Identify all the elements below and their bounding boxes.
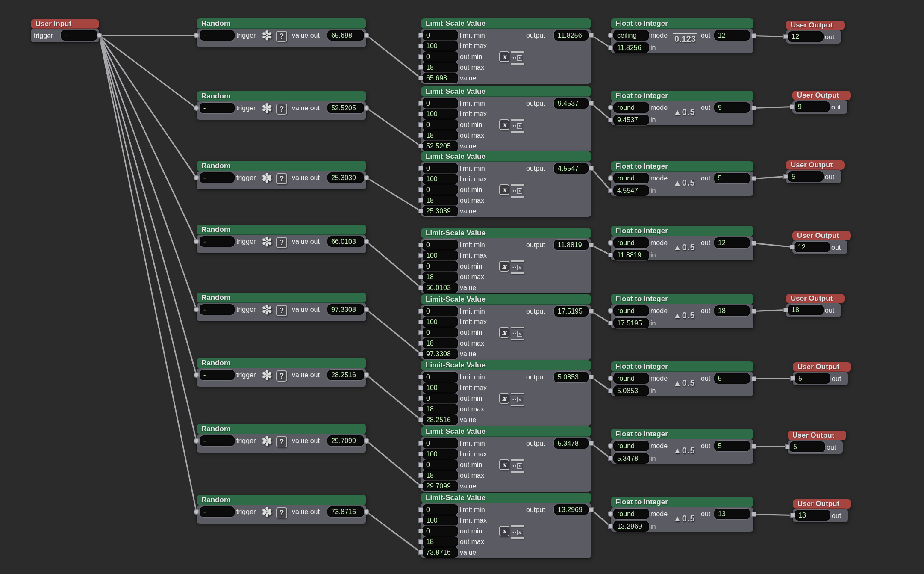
formula-icon[interactable]: x — [499, 184, 509, 195]
mode-in-port[interactable] — [608, 33, 613, 38]
wire[interactable] — [367, 441, 421, 486]
node-float-to-integer[interactable]: Float to Integer round mode ▲0.5 out 13 … — [611, 497, 753, 532]
node-header[interactable]: User Input — [31, 19, 99, 29]
node-user-output[interactable]: User Output 12 out — [786, 21, 841, 44]
limit-min-box[interactable]: 0 — [423, 99, 457, 108]
out-max-port[interactable] — [418, 407, 423, 411]
wire[interactable] — [367, 36, 421, 78]
out-max-box[interactable]: 18 — [423, 63, 457, 72]
out-port[interactable] — [751, 376, 756, 381]
node-header[interactable]: User Output — [786, 160, 845, 170]
scale-icon[interactable]: ••x — [511, 260, 524, 274]
mode-in-port[interactable] — [608, 443, 613, 449]
output-port[interactable] — [589, 33, 594, 38]
node-header[interactable]: Limit-Scale Value — [421, 360, 591, 370]
generate-icon[interactable]: ✽ — [262, 504, 273, 520]
node-user-input[interactable]: User Input trigger - — [31, 19, 99, 42]
in-port[interactable] — [608, 188, 613, 193]
limit-min-box[interactable]: 0 — [423, 164, 457, 173]
output-port[interactable] — [589, 309, 594, 314]
trigger-in-port[interactable] — [194, 509, 199, 515]
in-port[interactable] — [790, 104, 795, 109]
out-max-box[interactable]: 18 — [423, 471, 457, 480]
in-box[interactable]: 11.8256 — [614, 43, 648, 52]
trigger-input-box[interactable]: - — [200, 436, 234, 445]
limit-min-port[interactable] — [418, 243, 423, 247]
in-box[interactable]: 4.5547 — [614, 186, 648, 195]
value-out-port[interactable] — [364, 307, 369, 312]
out-max-port[interactable] — [418, 133, 423, 138]
value-out-port[interactable] — [364, 372, 369, 378]
value-in-port[interactable] — [418, 144, 423, 148]
in-box[interactable]: 11.8819 — [614, 251, 648, 260]
node-header[interactable]: Float to Integer — [611, 226, 753, 236]
wire[interactable] — [367, 242, 421, 288]
node-header[interactable]: Float to Integer — [611, 294, 753, 304]
formula-icon[interactable]: x — [499, 51, 509, 62]
formula-icon[interactable]: x — [499, 526, 509, 536]
limit-min-box[interactable]: 0 — [423, 240, 457, 249]
help-icon[interactable]: ? — [276, 305, 287, 316]
out-min-port[interactable] — [418, 54, 423, 59]
wire[interactable] — [754, 243, 792, 247]
value-in-port[interactable] — [418, 550, 423, 555]
value-box[interactable]: 73.8716 — [423, 548, 457, 557]
limit-max-port[interactable] — [418, 253, 423, 258]
output-port[interactable] — [589, 243, 594, 247]
generate-icon[interactable]: ✽ — [262, 234, 273, 250]
wire[interactable] — [754, 107, 792, 108]
trigger-input-box[interactable]: - — [200, 305, 234, 314]
node-header[interactable]: User Output — [788, 431, 846, 440]
trigger-input-box[interactable]: - — [200, 173, 234, 182]
scale-icon[interactable]: ••x — [511, 459, 524, 473]
out-max-box[interactable]: 18 — [423, 537, 457, 546]
node-user-output[interactable]: User Output 5 out — [793, 362, 848, 385]
node-float-to-integer[interactable]: Float to Integer round mode ▲0.5 out 12 … — [611, 226, 753, 260]
output-port[interactable] — [589, 375, 594, 379]
value-out-box[interactable]: 66.0103 — [328, 237, 363, 246]
mode-box[interactable]: round — [614, 306, 648, 315]
node-header[interactable]: Random — [197, 225, 366, 235]
wire[interactable] — [754, 515, 793, 515]
trigger-input-box[interactable]: - — [200, 370, 234, 379]
limit-max-box[interactable]: 100 — [423, 516, 457, 525]
node-random[interactable]: Random - trigger ✽ ? value out 29.7099 — [197, 424, 366, 453]
node-limit-scale-value[interactable]: Limit-Scale Value 0 100 0 18 66.0103 lim… — [421, 228, 591, 293]
node-user-output[interactable]: User Output 13 out — [793, 499, 848, 522]
in-port[interactable] — [608, 456, 613, 461]
limit-max-box[interactable]: 100 — [423, 317, 457, 326]
out-port[interactable] — [751, 241, 756, 246]
generate-icon[interactable]: ✽ — [262, 170, 273, 186]
value-box[interactable]: 29.7099 — [423, 482, 457, 491]
out-min-box[interactable]: 0 — [423, 527, 457, 536]
node-float-to-integer[interactable]: Float to Integer round mode ▲0.5 out 5 4… — [611, 161, 753, 196]
node-header[interactable]: Random — [197, 18, 366, 29]
limit-max-port[interactable] — [418, 320, 423, 324]
value-in-port[interactable] — [418, 484, 423, 488]
out-min-box[interactable]: 0 — [423, 185, 457, 194]
mode-box[interactable]: round — [614, 509, 648, 518]
formula-icon[interactable]: x — [499, 459, 509, 470]
limit-max-box[interactable]: 100 — [423, 450, 457, 459]
out-max-port[interactable] — [418, 473, 423, 478]
help-icon[interactable]: ? — [276, 436, 287, 447]
trigger-in-port[interactable] — [194, 33, 199, 38]
in-port[interactable] — [790, 245, 795, 249]
out-min-box[interactable]: 0 — [423, 460, 457, 469]
mode-box[interactable]: round — [614, 441, 648, 450]
node-header[interactable]: Limit-Scale Value — [421, 86, 591, 97]
out-min-box[interactable]: 0 — [423, 52, 457, 61]
value-in-port[interactable] — [418, 76, 423, 80]
in-box[interactable]: 17.5195 — [614, 319, 648, 328]
out-value-box[interactable]: 5 — [789, 172, 823, 181]
limit-max-port[interactable] — [418, 44, 423, 48]
wire[interactable] — [367, 310, 421, 354]
out-min-port[interactable] — [418, 396, 423, 401]
limit-min-box[interactable]: 0 — [423, 373, 457, 382]
node-float-to-integer[interactable]: Float to Integer round mode ▲0.5 out 18 … — [611, 294, 753, 328]
trigger-in-port[interactable] — [194, 105, 199, 111]
wire[interactable] — [754, 379, 793, 379]
node-header[interactable]: Limit-Scale Value — [421, 493, 591, 503]
out-min-port[interactable] — [418, 264, 423, 269]
out-value-box[interactable]: 13 — [795, 511, 830, 520]
